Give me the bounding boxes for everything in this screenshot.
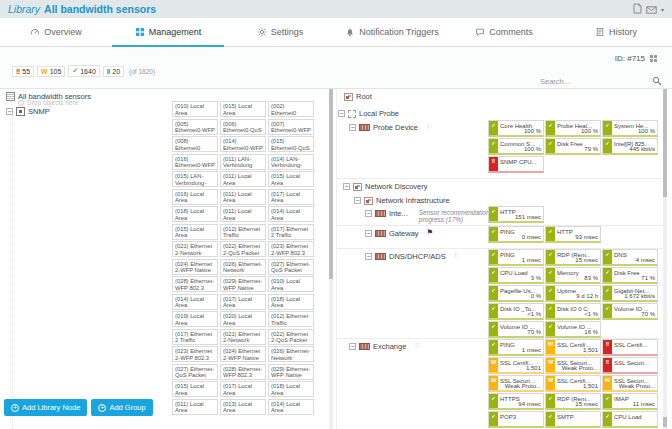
library-sensor-tile[interactable]: (015) Local Area [172,224,218,240]
tab-comments[interactable]: Comments [448,18,560,46]
left-scrollbar[interactable] [329,89,333,429]
sensor-tile[interactable]: ✓Volume IO ...16 % [545,321,601,338]
library-sensor-tile[interactable]: (028) Ethernet-WFP 802.3 [220,364,266,380]
expander-icon[interactable]: − [349,124,356,131]
sensor-tile[interactable]: ✓HTTPS94 msec [488,393,544,410]
library-sensor-tile[interactable]: (016) Local Area [172,189,218,205]
flag-icon[interactable]: ⚐ [414,342,421,350]
tab-overview[interactable]: Overview [0,18,112,46]
group-label[interactable]: Network Discovery [365,182,428,191]
sensor-tile[interactable]: ✓Disk IO 0 C:<1 % [545,303,601,320]
flag-icon[interactable]: ⚐ [454,252,461,260]
library-sensor-tile[interactable]: (010) Local Area [268,276,314,292]
expander-icon[interactable]: − [354,197,361,204]
group-label[interactable]: Local Probe [359,109,399,118]
sensor-tile[interactable]: ‼SNMP CPU... [488,156,544,173]
library-sensor-tile[interactable]: (011) Local Area [220,189,266,205]
right-scrollbar[interactable] [663,89,667,429]
sensor-tile[interactable]: WSSL Securi...Weak Proto... [602,375,658,392]
sensor-tile[interactable]: ✓Memory83 % [545,267,601,284]
sensor-tile[interactable]: WSSL Certifi...1,501 [545,375,601,392]
add-library-node-button[interactable]: + Add Library Node [4,399,87,416]
sensor-tile[interactable]: ✓Uptime9 d 12 h [545,285,601,302]
library-sensor-tile[interactable]: (023) Ethernet 2-WFP 802.3 [268,241,314,257]
sensor-tile[interactable]: ✓HTTP151 msec [488,206,544,223]
status-count-paused[interactable]: ‖20 [103,66,124,77]
sensor-tile[interactable]: ✓Common S...100 % [488,138,544,155]
add-group-button[interactable]: + Add Group [91,399,152,416]
expander-icon[interactable]: − [338,110,345,117]
expander-icon[interactable]: − [365,230,372,237]
sensor-tile[interactable]: ✓PING1 msec [488,249,544,266]
library-sensor-tile[interactable]: (018) Local Area [268,381,314,397]
sensor-tile[interactable]: ‼SSL Certifi... [602,339,658,356]
sensor-tile[interactable]: ✓HTTP93 msec [545,226,601,243]
library-sensor-tile[interactable]: (011) Local Area [220,206,266,222]
sensor-tile[interactable]: ✓Gigabit-Net...1,672 kbit/s [602,285,658,302]
sensor-tile[interactable]: ✓DNS4 msec [602,249,658,266]
library-sensor-tile[interactable]: (028) Ethernet-WFP 802.3 [172,276,218,292]
library-sensor-tile[interactable]: (018) Local Area [172,206,218,222]
library-sensor-tile[interactable]: (027) Ethernet-QoS Packet [268,259,314,275]
library-sensor-tile[interactable]: (019) Local Area [172,311,218,327]
tab-notification-triggers[interactable]: Notification Triggers [336,18,448,46]
library-sensor-tile[interactable]: (015) Local Area [220,101,266,117]
sensor-tile[interactable]: ✓CPU Load3 % [488,267,544,284]
search-input[interactable] [540,77,652,86]
library-sensor-tile[interactable]: (013) Local Area [220,399,266,415]
library-sensor-tile[interactable]: (014) Ethernet0-WFP Native [220,136,266,152]
mail-icon[interactable] [646,0,657,18]
flag-icon[interactable]: ⚑ [427,229,434,237]
sensor-tile[interactable]: ✓Disk Free79 % [545,138,601,155]
library-sensor-tile[interactable]: (015) Ethernet0-QoS Packet [268,136,314,152]
sensor-tile[interactable]: ✓PING1 msec [488,339,544,356]
library-sensor-tile[interactable]: (012) Ethernet Traffic [268,311,314,327]
caret-down-icon[interactable]: ▾ [661,6,664,13]
sensor-tile[interactable]: ✓Volume IO ...70 % [602,303,658,320]
library-sensor-tile[interactable]: (018) Local Area [268,294,314,310]
sensor-tile[interactable]: ✓Disk IO _To...<1 % [488,303,544,320]
tab-settings[interactable]: Settings [224,18,336,46]
library-sensor-tile[interactable]: (012) Ethernet Traffic [220,224,266,240]
library-sensor-tile[interactable]: (014) Local Area [172,294,218,310]
sensor-tile[interactable]: ✓Disk Free71 % [602,267,658,284]
library-sensor-tile[interactable]: (007) Ethernet0-WFP 802.3 [268,119,314,135]
library-sensor-tile[interactable]: (017) Local Area [220,294,266,310]
group-label[interactable]: Network Infrastructure [376,196,450,205]
flag-icon[interactable]: ⚐ [426,123,433,131]
device-label[interactable]: DNS/DHCP/ADS [389,252,446,261]
device-label[interactable]: Probe Device [373,123,418,132]
sensor-tile[interactable]: ✓POP3 [488,411,544,428]
expander-icon[interactable]: − [343,183,350,190]
library-sensor-tile[interactable]: (021) Ethernet 2-Network [220,329,266,345]
sensor-tile[interactable]: ✓IMAP11 msec [602,393,658,410]
sensor-tile[interactable]: ✓RDP (Rem...15 msec [545,249,601,266]
device-label[interactable]: Exchange [373,342,406,351]
library-sensor-tile[interactable]: (010) Local Area [172,101,218,117]
library-sensor-tile[interactable]: (022) Ethernet 2-QoS Packet [268,329,314,345]
sensor-tile[interactable]: ✓RDP (Rem...15 msec [545,393,601,410]
sensor-tile[interactable]: WSSL Securi...Weak Proto... [488,375,544,392]
library-sensor-tile[interactable]: (017) Local Area [220,381,266,397]
library-sensor-tile[interactable]: (026) Ethernet-Network [268,346,314,362]
sensor-tile[interactable]: WSSL Securi...Weak Proto... [545,357,601,374]
library-sensor-tile[interactable]: (015) LAN-Verbindung- [172,171,218,187]
library-sensor-tile[interactable]: (027) Ethernet-QoS Packet [172,364,218,380]
library-sensor-tile[interactable]: (015) Local Area [268,171,314,187]
library-sensor-tile[interactable]: (005) Ethernet0-WFP Native [172,119,218,135]
page-icon[interactable] [633,0,642,18]
library-sensor-tile[interactable]: (014) LAN-Verbindung-QoS [268,154,314,170]
group-label[interactable]: Root [356,92,372,101]
snmp-node-label[interactable]: SNMP [28,107,50,116]
library-sensor-tile[interactable]: (002) Ethernet0 Traffic [268,101,314,117]
library-sensor-tile[interactable]: (017) Ethernet 2 Traffic [268,224,314,240]
expander-icon[interactable]: − [365,253,372,260]
expander-icon[interactable]: − [365,210,372,217]
tab-management[interactable]: Management [112,18,224,46]
sensor-tile[interactable]: ✓Volume IO ...70 % [488,321,544,338]
device-label[interactable]: Inte... [389,209,408,218]
library-sensor-tile[interactable]: (020) Local Area [220,311,266,327]
library-sensor-tile[interactable]: (011) LAN-Verbindung [220,154,266,170]
expander-icon[interactable]: − [349,343,356,350]
sensor-tile[interactable]: WSSL Certifi...1,501 [488,357,544,374]
